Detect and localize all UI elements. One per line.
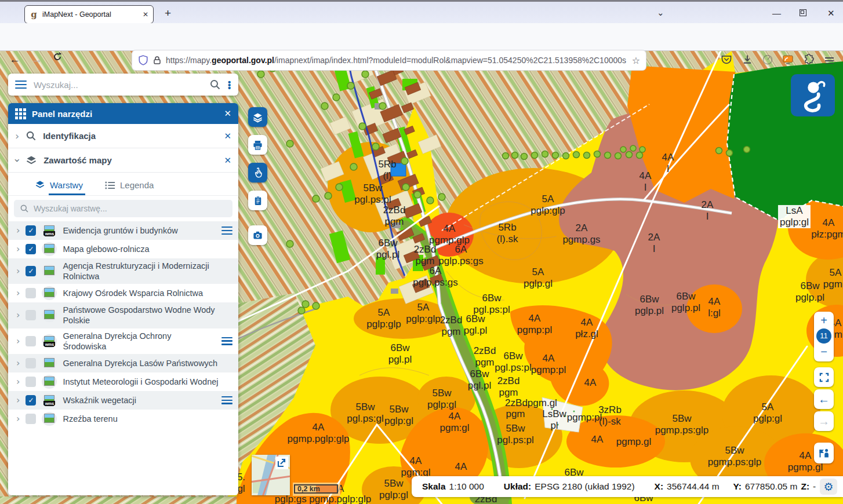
layer-search[interactable] bbox=[14, 200, 232, 217]
new-tab-button[interactable]: + bbox=[165, 7, 171, 20]
overview-minimap[interactable] bbox=[252, 455, 290, 495]
layer-row[interactable]: ›wmsGeneralna Dyrekcja Ochrony Środowisk… bbox=[8, 328, 238, 354]
back-button[interactable]: ← bbox=[9, 53, 20, 66]
layer-checkbox[interactable] bbox=[26, 336, 36, 346]
printer-icon bbox=[252, 140, 263, 151]
touch-select-tool-button[interactable] bbox=[248, 163, 267, 182]
search-input[interactable] bbox=[34, 80, 202, 90]
forward-button[interactable]: → bbox=[31, 53, 42, 66]
search-icon[interactable] bbox=[209, 79, 221, 90]
reload-button[interactable] bbox=[52, 52, 63, 62]
layer-row[interactable]: ›✓Agencja Restrukturyzacji i Modernizacj… bbox=[8, 258, 238, 284]
layer-checkbox[interactable] bbox=[26, 377, 36, 387]
layer-checkbox[interactable] bbox=[26, 310, 36, 320]
layers-tool-button[interactable] bbox=[248, 107, 267, 127]
section-identify[interactable]: › Identyfikacja ✕ bbox=[8, 124, 238, 148]
layer-checkbox[interactable]: ✓ bbox=[26, 395, 36, 406]
chevron-down-icon[interactable]: › bbox=[12, 158, 23, 162]
camera-tool-button[interactable] bbox=[248, 225, 267, 245]
layer-expand-chevron[interactable]: › bbox=[16, 226, 20, 235]
fullscreen-button[interactable] bbox=[814, 367, 834, 387]
layer-label: Wskaźnik wegetacji bbox=[63, 395, 216, 406]
layer-expand-chevron[interactable]: › bbox=[16, 288, 20, 298]
previous-view-button[interactable]: ← bbox=[814, 389, 834, 409]
settings-gear-button[interactable]: ⚙ bbox=[820, 479, 837, 495]
layer-menu-icon[interactable] bbox=[221, 394, 232, 406]
layer-search-input[interactable] bbox=[34, 204, 227, 213]
layer-row[interactable]: ›✓wmsWskaźnik wegetacji bbox=[8, 391, 238, 410]
panel-header: Panel narzędzi ✕ bbox=[8, 103, 238, 124]
layer-row[interactable]: ›Rzeźba terenu bbox=[8, 410, 238, 428]
bookmark-star-icon[interactable]: ☆ bbox=[632, 55, 640, 66]
layer-checkbox[interactable] bbox=[26, 288, 36, 298]
layer-checkbox[interactable]: ✓ bbox=[26, 244, 36, 254]
layer-expand-chevron[interactable]: › bbox=[16, 414, 20, 423]
image-layer-icon bbox=[42, 286, 57, 300]
layer-menu-icon[interactable] bbox=[221, 225, 232, 237]
menu-hamburger-icon[interactable] bbox=[15, 78, 27, 91]
panel-close-icon[interactable]: ✕ bbox=[224, 108, 231, 119]
print-tool-button[interactable] bbox=[248, 135, 267, 155]
tab-layers[interactable]: Warstwy bbox=[35, 180, 83, 195]
forward-arrow-icon: → bbox=[818, 415, 830, 428]
layer-row[interactable]: ›Generalna Dyrekcja Lasów Państwowych bbox=[8, 354, 238, 372]
layer-row[interactable]: ›Państwowe Gospodarstwo Wodne Wody Polsk… bbox=[8, 302, 238, 328]
layer-expand-chevron[interactable]: › bbox=[16, 266, 20, 276]
layer-menu-icon[interactable] bbox=[221, 335, 232, 347]
next-view-button[interactable]: → bbox=[814, 411, 834, 431]
back-arrow-icon: ← bbox=[818, 393, 830, 406]
layer-expand-chevron[interactable]: › bbox=[16, 337, 20, 346]
layer-checkbox[interactable] bbox=[26, 414, 36, 424]
section-map-content[interactable]: › Zawartość mapy ✕ bbox=[8, 148, 238, 173]
screencast-icon[interactable] bbox=[782, 54, 794, 65]
pond bbox=[391, 163, 406, 176]
tab-legend-label: Legenda bbox=[120, 180, 154, 190]
layer-checkbox[interactable]: ✓ bbox=[26, 225, 36, 236]
layer-row[interactable]: ›✓wmsEwidencja gruntów i budynków bbox=[8, 221, 238, 240]
pocket-icon[interactable] bbox=[721, 54, 732, 65]
layer-expand-chevron[interactable]: › bbox=[16, 244, 20, 254]
downloads-icon[interactable] bbox=[742, 54, 753, 65]
window-minimize-button[interactable]: — bbox=[772, 8, 781, 18]
zoom-in-button[interactable]: + bbox=[814, 313, 834, 327]
layer-checkbox[interactable]: ✓ bbox=[26, 266, 36, 276]
tab-legend[interactable]: Legenda bbox=[105, 180, 154, 195]
layer-row[interactable]: ›Instytut Meteorologii i Gospodarki Wodn… bbox=[8, 372, 238, 391]
lock-icon[interactable] bbox=[153, 56, 161, 65]
window-maximize-button[interactable] bbox=[800, 9, 806, 16]
list-tabs-chevron-icon[interactable]: ⌄ bbox=[657, 8, 664, 18]
extensions-puzzle-icon[interactable] bbox=[803, 54, 815, 65]
expand-icon bbox=[277, 458, 286, 468]
layer-row[interactable]: ›✓Mapa glebowo-rolnicza bbox=[8, 240, 238, 258]
map-search-bar[interactable]: ••• bbox=[8, 74, 238, 96]
scale-label: Skala bbox=[422, 481, 446, 492]
tools-panel: Panel narzędzi ✕ › Identyfikacja ✕ › Zaw… bbox=[8, 103, 238, 495]
layer-expand-chevron[interactable]: › bbox=[16, 359, 20, 368]
scale-bar: 0,2 km bbox=[293, 483, 340, 496]
section-identify-close-icon[interactable]: ✕ bbox=[224, 131, 231, 141]
layer-expand-chevron[interactable]: › bbox=[16, 311, 20, 320]
clipboard-tool-button[interactable] bbox=[248, 191, 267, 210]
section-map-content-close-icon[interactable]: ✕ bbox=[224, 155, 231, 166]
url-text[interactable]: https://mapy.geoportal.gov.pl/imapnext/i… bbox=[166, 56, 627, 65]
legend-list-icon bbox=[105, 181, 115, 190]
layer-expand-chevron[interactable]: › bbox=[16, 377, 20, 386]
window-close-button[interactable]: ✕ bbox=[827, 8, 835, 19]
tab-close-icon[interactable]: ✕ bbox=[143, 10, 148, 19]
vpn-icon[interactable] bbox=[762, 54, 773, 65]
search-options-icon[interactable]: ••• bbox=[228, 81, 231, 89]
browser-tab[interactable]: g iMapNext - Geoportal ✕ bbox=[24, 5, 154, 24]
url-bar[interactable]: https://mapy.geoportal.gov.pl/imapnext/i… bbox=[132, 50, 646, 70]
layer-row[interactable]: ›Krajowy Ośrodek Wsparcia Rolnictwa bbox=[8, 284, 238, 302]
zoom-out-button[interactable]: − bbox=[814, 345, 834, 359]
layer-expand-chevron[interactable]: › bbox=[16, 396, 20, 405]
chevron-right-icon[interactable]: › bbox=[15, 131, 19, 141]
layer-checkbox[interactable] bbox=[26, 358, 36, 368]
minimap-expand-button[interactable] bbox=[275, 456, 288, 469]
street-view-button[interactable] bbox=[814, 443, 834, 463]
app-menu-icon[interactable] bbox=[825, 56, 837, 67]
tab-layers-label: Warstwy bbox=[50, 180, 83, 190]
shield-icon[interactable] bbox=[138, 55, 148, 65]
geoportal-logo[interactable] bbox=[791, 74, 835, 116]
layer-label: Ewidencja gruntów i budynków bbox=[63, 225, 216, 236]
